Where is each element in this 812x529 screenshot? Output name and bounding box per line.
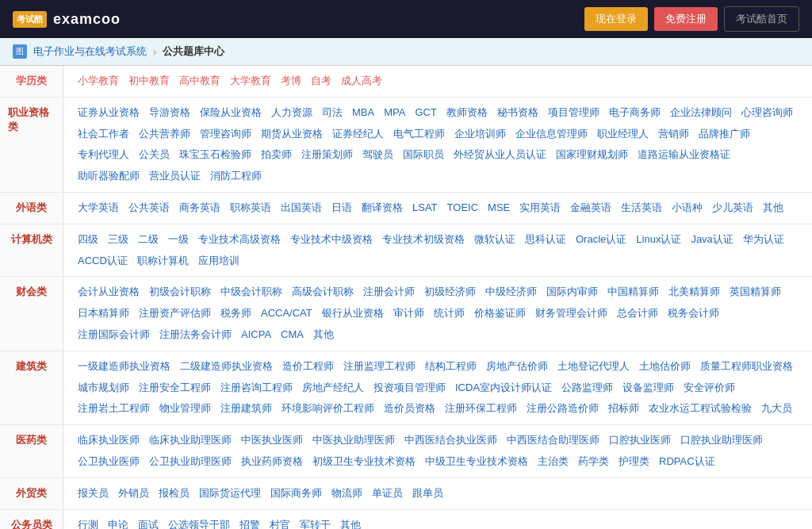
category-item[interactable]: 价格鉴证师 bbox=[469, 304, 530, 324]
category-item[interactable]: 四级 bbox=[73, 230, 103, 250]
category-item[interactable]: 临床执业医师 bbox=[73, 431, 144, 450]
category-item[interactable]: 城市规划师 bbox=[73, 378, 134, 398]
category-item[interactable]: 国际商务师 bbox=[266, 484, 327, 504]
category-item[interactable]: 公共英语 bbox=[124, 198, 174, 218]
category-item[interactable]: 注册咨询工程师 bbox=[216, 378, 297, 398]
category-item[interactable]: RDPAC认证 bbox=[654, 452, 720, 472]
category-item[interactable]: 高级会计职称 bbox=[287, 282, 358, 302]
category-item[interactable]: 二级 bbox=[133, 230, 163, 250]
category-item[interactable]: 专业技术高级资格 bbox=[193, 230, 285, 250]
category-item[interactable]: 主治类 bbox=[533, 452, 573, 472]
category-item[interactable]: 军转干 bbox=[295, 516, 335, 529]
category-item[interactable]: 结构工程师 bbox=[420, 357, 481, 377]
category-item[interactable]: 企业法律顾问 bbox=[665, 103, 737, 123]
category-item[interactable]: 环境影响评价工程师 bbox=[277, 399, 379, 419]
category-item[interactable]: 人力资源 bbox=[266, 103, 317, 123]
category-item[interactable]: 中医执业医师 bbox=[236, 431, 308, 450]
category-item[interactable]: 国际职员 bbox=[398, 145, 449, 165]
category-item[interactable]: 造价员资格 bbox=[379, 399, 440, 419]
category-item[interactable]: 驾驶员 bbox=[358, 145, 398, 165]
category-item[interactable]: 公卫执业助理医师 bbox=[144, 452, 236, 472]
category-item[interactable]: 商务英语 bbox=[174, 198, 225, 218]
category-item[interactable]: 面试 bbox=[133, 516, 163, 529]
category-item[interactable]: 司法 bbox=[317, 103, 347, 123]
category-item[interactable]: TOEIC bbox=[442, 198, 484, 218]
category-item[interactable]: 公路监理师 bbox=[557, 378, 618, 398]
category-item[interactable]: 其他 bbox=[758, 198, 788, 218]
category-item[interactable]: 注册岩土工程师 bbox=[73, 399, 155, 419]
category-item[interactable]: 三级 bbox=[103, 230, 133, 250]
category-item[interactable]: 外销员 bbox=[113, 484, 154, 504]
category-item[interactable]: 口腔执业医师 bbox=[604, 431, 676, 450]
breadcrumb-path1[interactable]: 电子作业与在线考试系统 bbox=[33, 44, 147, 59]
category-item[interactable]: Java认证 bbox=[686, 230, 737, 250]
category-item[interactable]: 营销师 bbox=[653, 125, 694, 144]
category-item[interactable]: MPA bbox=[379, 103, 410, 123]
category-item[interactable]: 考博 bbox=[276, 71, 306, 91]
category-item[interactable]: 北美精算师 bbox=[664, 282, 725, 302]
category-item[interactable]: 助听器验配师 bbox=[73, 167, 144, 186]
category-item[interactable]: 思科认证 bbox=[520, 230, 571, 250]
category-item[interactable]: 证券经纪人 bbox=[327, 125, 389, 144]
category-item[interactable]: 微软认证 bbox=[469, 230, 520, 250]
category-item[interactable]: 期货从业资格 bbox=[256, 125, 327, 144]
category-item[interactable]: 行测 bbox=[73, 516, 103, 529]
register-button[interactable]: 免费注册 bbox=[654, 7, 718, 31]
category-item[interactable]: LSAT bbox=[408, 198, 442, 218]
category-item[interactable]: 农业水运工程试验检验 bbox=[644, 399, 756, 419]
category-item[interactable]: 秘书资格 bbox=[492, 103, 543, 123]
category-item[interactable]: 公共营养师 bbox=[134, 125, 195, 144]
category-item[interactable]: ACCD认证 bbox=[73, 251, 132, 271]
category-item[interactable]: 中级会计职称 bbox=[216, 282, 287, 302]
category-item[interactable]: 造价工程师 bbox=[278, 357, 339, 377]
category-item[interactable]: 心理咨询师 bbox=[737, 103, 798, 123]
category-item[interactable]: 华为认证 bbox=[738, 230, 789, 250]
category-item[interactable]: 二级建造师执业资格 bbox=[175, 357, 278, 377]
category-item[interactable]: 初级经济师 bbox=[419, 282, 481, 302]
category-item[interactable]: 自考 bbox=[306, 71, 336, 91]
category-item[interactable]: 执业药师资格 bbox=[236, 452, 308, 472]
category-item[interactable]: 税务师 bbox=[216, 304, 256, 324]
category-item[interactable]: 其他 bbox=[308, 325, 339, 345]
category-item[interactable]: 日本精算师 bbox=[73, 304, 134, 324]
category-item[interactable]: 出国英语 bbox=[276, 198, 327, 218]
category-item[interactable]: 管理咨询师 bbox=[195, 125, 256, 144]
category-item[interactable]: 其他 bbox=[335, 516, 366, 529]
category-item[interactable]: 注册策划师 bbox=[297, 145, 358, 165]
category-item[interactable]: 单证员 bbox=[367, 484, 408, 504]
category-item[interactable]: 翻译资格 bbox=[357, 198, 408, 218]
category-item[interactable]: 国际内审师 bbox=[542, 282, 603, 302]
category-item[interactable]: 道路运输从业资格证 bbox=[633, 145, 735, 165]
category-item[interactable]: 金融英语 bbox=[565, 198, 616, 218]
category-item[interactable]: 银行从业资格 bbox=[317, 304, 389, 324]
category-item[interactable]: 公关员 bbox=[134, 145, 174, 165]
category-item[interactable]: ACCA/CAT bbox=[256, 304, 317, 324]
login-button[interactable]: 现在登录 bbox=[584, 7, 648, 31]
category-item[interactable]: 日语 bbox=[327, 198, 357, 218]
category-item[interactable]: 九大员 bbox=[756, 399, 797, 419]
category-item[interactable]: 注册监理工程师 bbox=[339, 357, 420, 377]
category-item[interactable]: 初级会计职称 bbox=[144, 282, 216, 302]
category-item[interactable]: 申论 bbox=[103, 516, 133, 529]
category-item[interactable]: 设备监理师 bbox=[618, 378, 679, 398]
category-item[interactable]: 外经贸从业人员认证 bbox=[449, 145, 551, 165]
category-item[interactable]: 统计师 bbox=[429, 304, 469, 324]
category-item[interactable]: 电子商务师 bbox=[604, 103, 665, 123]
category-item[interactable]: AICPA bbox=[236, 325, 276, 345]
category-label[interactable]: 学历类 bbox=[0, 66, 63, 97]
category-item[interactable]: 社会工作者 bbox=[73, 125, 134, 144]
category-item[interactable]: 注册法务会计师 bbox=[155, 325, 236, 345]
category-item[interactable]: 企业信息管理师 bbox=[511, 125, 592, 144]
home-button[interactable]: 考试酷首页 bbox=[724, 6, 799, 32]
category-item[interactable]: 小学教育 bbox=[73, 71, 124, 91]
category-item[interactable]: ICDA室内设计师认证 bbox=[450, 378, 557, 398]
category-item[interactable]: 初中教育 bbox=[124, 71, 174, 91]
category-item[interactable]: 总会计师 bbox=[612, 304, 663, 324]
category-item[interactable]: 土地登记代理人 bbox=[553, 357, 634, 377]
category-item[interactable]: 中西医结合执业医师 bbox=[400, 431, 502, 450]
category-item[interactable]: 生活英语 bbox=[616, 198, 667, 218]
category-item[interactable]: 中医执业助理医师 bbox=[308, 431, 400, 450]
category-item[interactable]: 村官 bbox=[265, 516, 295, 529]
category-item[interactable]: 国家理财规划师 bbox=[551, 145, 633, 165]
category-item[interactable]: 小语种 bbox=[667, 198, 707, 218]
